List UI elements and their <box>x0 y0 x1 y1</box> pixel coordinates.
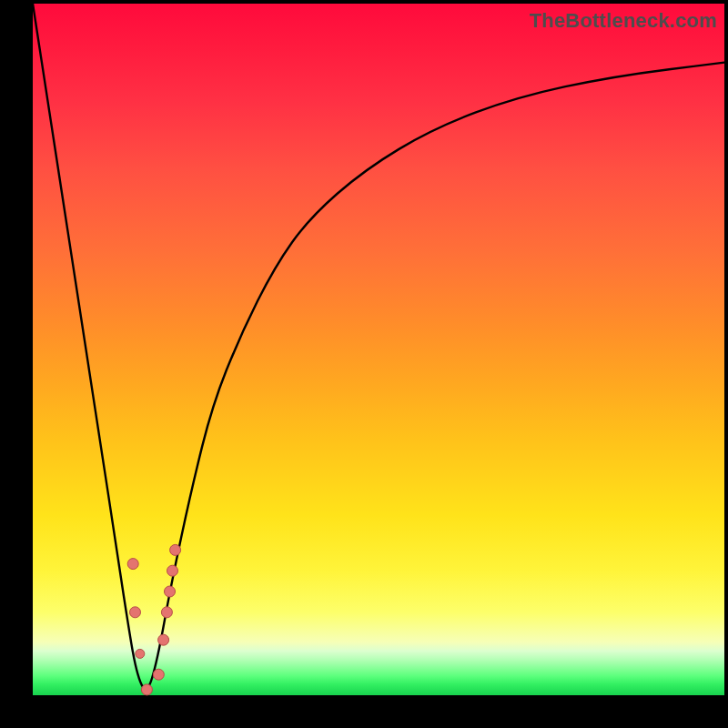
bottleneck-curve <box>33 4 724 689</box>
data-markers <box>127 544 180 695</box>
curve-svg <box>33 4 724 695</box>
data-point <box>165 586 176 597</box>
data-point <box>158 634 169 645</box>
data-point <box>161 607 172 618</box>
chart-frame: TheBottleneck.com <box>0 0 728 728</box>
data-point <box>130 607 141 618</box>
data-point <box>127 559 138 570</box>
data-point <box>136 649 145 658</box>
data-point <box>170 544 181 555</box>
plot-area: TheBottleneck.com <box>33 4 724 695</box>
data-point <box>141 684 152 695</box>
data-point <box>167 565 178 576</box>
data-point <box>153 669 164 680</box>
